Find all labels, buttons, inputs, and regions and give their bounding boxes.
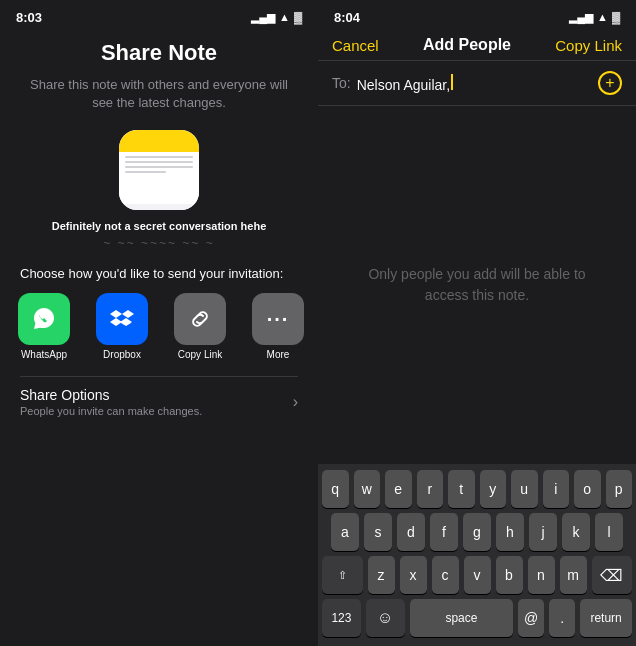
- share-subtitle: Share this note with others and everyone…: [20, 76, 298, 112]
- key-w[interactable]: w: [354, 470, 381, 508]
- keyboard-row-2: a s d f g h j k l: [322, 513, 632, 551]
- only-people-message: Only people you add will be able to acce…: [318, 106, 636, 464]
- share-options-text: Share Options People you invite can make…: [20, 387, 202, 417]
- share-apps-row: WhatsApp Dropbox Copy Link: [10, 293, 312, 360]
- key-a[interactable]: a: [331, 513, 359, 551]
- key-t[interactable]: t: [448, 470, 475, 508]
- note-name: Definitely not a secret conversation heh…: [52, 220, 267, 232]
- key-h[interactable]: h: [496, 513, 524, 551]
- key-c[interactable]: c: [432, 556, 459, 594]
- numbers-key[interactable]: 123: [322, 599, 361, 637]
- keyboard: q w e r t y u i o p a s d f g h j k l ⇧ …: [318, 464, 636, 646]
- whatsapp-icon: [18, 293, 70, 345]
- to-name: Nelson Aguilar,: [357, 74, 592, 93]
- right-status-icons: ▂▄▆ ▲ ▓: [569, 11, 620, 24]
- whatsapp-app-item[interactable]: WhatsApp: [10, 293, 78, 360]
- key-l[interactable]: l: [595, 513, 623, 551]
- key-x[interactable]: x: [400, 556, 427, 594]
- dropbox-app-item[interactable]: Dropbox: [88, 293, 156, 360]
- key-e[interactable]: e: [385, 470, 412, 508]
- only-people-text: Only people you add will be able to acce…: [348, 264, 606, 306]
- key-d[interactable]: d: [397, 513, 425, 551]
- signal-icon: ▂▄▆: [251, 11, 275, 24]
- note-squiggles: ~ ~~ ~~~~ ~~ ~: [103, 236, 214, 250]
- right-time: 8:04: [334, 10, 360, 25]
- key-q[interactable]: q: [322, 470, 349, 508]
- dropbox-label: Dropbox: [103, 349, 141, 360]
- keyboard-row-3: ⇧ z x c v b n m ⌫: [322, 556, 632, 594]
- copy-link-button[interactable]: Copy Link: [555, 37, 622, 54]
- key-p[interactable]: p: [606, 470, 633, 508]
- more-app-item[interactable]: ··· More: [244, 293, 312, 360]
- key-n[interactable]: n: [528, 556, 555, 594]
- keyboard-row-1: q w e r t y u i o p: [322, 470, 632, 508]
- right-battery-icon: ▓: [612, 11, 620, 23]
- left-panel: 8:03 ▂▄▆ ▲ ▓ Share Note Share this note …: [0, 0, 318, 646]
- left-status-bar: 8:03 ▂▄▆ ▲ ▓: [0, 0, 318, 30]
- return-key[interactable]: return: [580, 599, 632, 637]
- key-b[interactable]: b: [496, 556, 523, 594]
- share-title: Share Note: [101, 40, 217, 66]
- share-options-row[interactable]: Share Options People you invite can make…: [20, 376, 298, 427]
- key-v[interactable]: v: [464, 556, 491, 594]
- text-cursor: [451, 74, 453, 90]
- right-panel: 8:04 ▂▄▆ ▲ ▓ Cancel Add People Copy Link…: [318, 0, 636, 646]
- share-options-chevron-icon: ›: [293, 393, 298, 411]
- add-person-button[interactable]: +: [598, 71, 622, 95]
- left-content: Share Note Share this note with others a…: [0, 30, 318, 646]
- share-options-title: Share Options: [20, 387, 202, 403]
- keyboard-row-4: 123 ☺ space @ . return: [322, 599, 632, 637]
- right-signal-icon: ▂▄▆: [569, 11, 593, 24]
- share-options-subtitle: People you invite can make changes.: [20, 405, 202, 417]
- dot-key[interactable]: .: [549, 599, 575, 637]
- to-row: To: Nelson Aguilar, +: [318, 61, 636, 106]
- whatsapp-label: WhatsApp: [21, 349, 67, 360]
- key-i[interactable]: i: [543, 470, 570, 508]
- key-k[interactable]: k: [562, 513, 590, 551]
- key-y[interactable]: y: [480, 470, 507, 508]
- key-g[interactable]: g: [463, 513, 491, 551]
- right-status-bar: 8:04 ▂▄▆ ▲ ▓: [318, 0, 636, 30]
- more-icon: ···: [252, 293, 304, 345]
- key-j[interactable]: j: [529, 513, 557, 551]
- key-m[interactable]: m: [560, 556, 587, 594]
- note-icon: [119, 130, 199, 210]
- right-wifi-icon: ▲: [597, 11, 608, 23]
- key-f[interactable]: f: [430, 513, 458, 551]
- shift-key[interactable]: ⇧: [322, 556, 363, 594]
- at-key[interactable]: @: [518, 599, 544, 637]
- key-u[interactable]: u: [511, 470, 538, 508]
- left-time: 8:03: [16, 10, 42, 25]
- space-key[interactable]: space: [410, 599, 514, 637]
- copylink-app-item[interactable]: Copy Link: [166, 293, 234, 360]
- to-label: To:: [332, 75, 351, 91]
- emoji-key[interactable]: ☺: [366, 599, 405, 637]
- key-o[interactable]: o: [574, 470, 601, 508]
- cancel-button[interactable]: Cancel: [332, 37, 379, 54]
- more-label: More: [267, 349, 290, 360]
- key-r[interactable]: r: [417, 470, 444, 508]
- copylink-label: Copy Link: [178, 349, 222, 360]
- wifi-icon: ▲: [279, 11, 290, 23]
- key-s[interactable]: s: [364, 513, 392, 551]
- battery-icon: ▓: [294, 11, 302, 23]
- nav-title: Add People: [423, 36, 511, 54]
- key-z[interactable]: z: [368, 556, 395, 594]
- backspace-key[interactable]: ⌫: [592, 556, 633, 594]
- left-status-icons: ▂▄▆ ▲ ▓: [251, 11, 302, 24]
- nav-bar: Cancel Add People Copy Link: [318, 30, 636, 61]
- copylink-icon: [174, 293, 226, 345]
- invite-label: Choose how you'd like to send your invit…: [20, 266, 283, 281]
- dropbox-icon: [96, 293, 148, 345]
